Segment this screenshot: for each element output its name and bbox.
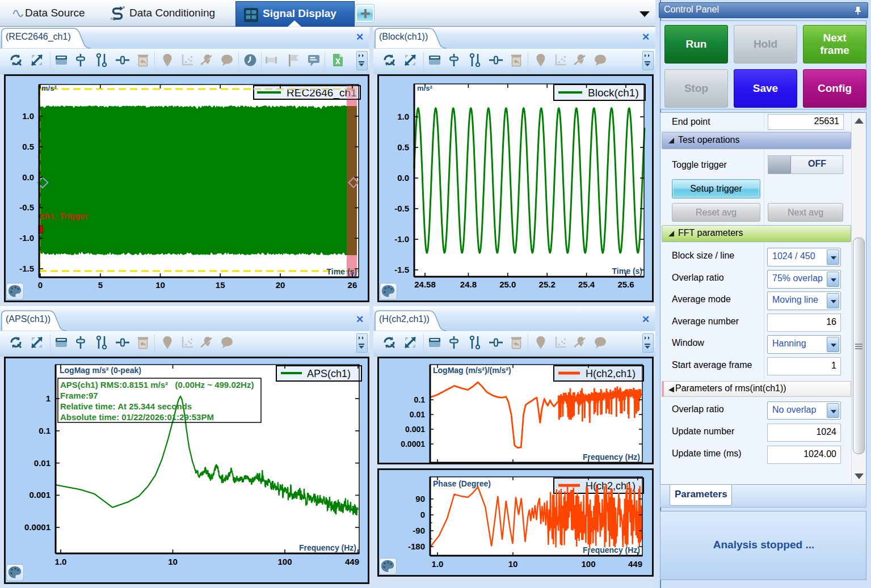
svg-text:LogMag m/s² (0-peak): LogMag m/s² (0-peak) — [60, 366, 141, 375]
svg-text:90: 90 — [415, 494, 425, 504]
svg-text:Frame:97: Frame:97 — [60, 391, 98, 400]
svg-text:0.0001: 0.0001 — [401, 439, 425, 449]
svg-text:25.0: 25.0 — [499, 280, 516, 289]
svg-text:m/s²: m/s² — [417, 84, 432, 92]
svg-text:Block(ch1): Block(ch1) — [588, 87, 639, 99]
svg-text:0.1: 0.1 — [39, 426, 51, 435]
svg-text:-0.5: -0.5 — [19, 202, 34, 212]
svg-text:10: 10 — [508, 559, 518, 569]
svg-text:-1.0: -1.0 — [394, 234, 409, 244]
svg-text:Frequency (Hz): Frequency (Hz) — [583, 545, 640, 555]
svg-text:0.1: 0.1 — [414, 395, 426, 404]
svg-text:-90: -90 — [413, 526, 425, 535]
svg-text:Frequency (Hz): Frequency (Hz) — [299, 543, 356, 552]
svg-text:1.0: 1.0 — [55, 557, 67, 566]
svg-text:24.8: 24.8 — [460, 280, 477, 289]
svg-text:1.0: 1.0 — [22, 111, 34, 121]
svg-text:20: 20 — [276, 280, 285, 290]
svg-text:-1.0: -1.0 — [19, 233, 34, 243]
svg-text:10: 10 — [168, 557, 178, 566]
svg-text:0.01: 0.01 — [34, 458, 51, 468]
svg-text:0.0: 0.0 — [397, 173, 409, 183]
svg-text:-1.5: -1.5 — [394, 265, 409, 274]
svg-text:24.58: 24.58 — [414, 280, 436, 289]
svg-text:0.001: 0.001 — [405, 425, 425, 434]
svg-text:0: 0 — [38, 280, 43, 290]
svg-text:Time (s): Time (s) — [327, 267, 357, 276]
svg-text:449: 449 — [345, 557, 359, 566]
svg-text:APS(ch1) RMS:0.8151 m/s² (0.: APS(ch1) RMS:0.8151 m/s² (0.00Hz ~ 499.0… — [60, 380, 254, 390]
svg-text:100: 100 — [277, 557, 292, 566]
svg-text:25.2: 25.2 — [539, 280, 556, 289]
svg-text:25.4: 25.4 — [578, 280, 595, 289]
svg-text:25.6: 25.6 — [617, 280, 634, 289]
svg-text:1.0: 1.0 — [397, 112, 409, 121]
svg-text:APS(ch1): APS(ch1) — [307, 368, 351, 379]
svg-text:0.01: 0.01 — [410, 410, 425, 419]
svg-text:Frequency (Hz): Frequency (Hz) — [583, 452, 640, 462]
svg-text:-1.5: -1.5 — [19, 264, 34, 273]
svg-text:0.0001: 0.0001 — [24, 522, 51, 532]
svg-text:-0.5: -0.5 — [394, 204, 409, 213]
svg-text:0.001: 0.001 — [29, 490, 51, 500]
svg-text:0: 0 — [420, 510, 425, 519]
svg-text:10: 10 — [155, 280, 165, 290]
svg-text:1.0: 1.0 — [432, 559, 444, 569]
svg-text:26: 26 — [348, 280, 357, 290]
svg-text:Absolute time: 01/22/2026:01:2: Absolute time: 01/22/2026:01:29:53PM — [60, 412, 214, 422]
svg-text:H(ch2,ch1): H(ch2,ch1) — [586, 368, 636, 379]
svg-text:15: 15 — [216, 280, 225, 290]
svg-text:-180: -180 — [408, 542, 425, 551]
svg-text:Time (s): Time (s) — [612, 266, 642, 276]
svg-text:0.0: 0.0 — [22, 172, 34, 182]
svg-text:0.5: 0.5 — [22, 142, 34, 151]
svg-text:0.5: 0.5 — [397, 142, 409, 152]
svg-text:5: 5 — [98, 280, 103, 290]
svg-text:449: 449 — [628, 559, 642, 569]
svg-text:Relative time: At 25.344 secon: Relative time: At 25.344 seconds — [60, 401, 192, 411]
svg-text:Phase (Degree): Phase (Degree) — [433, 479, 491, 488]
svg-text:1: 1 — [46, 394, 51, 403]
svg-text:ch1_Trigger: ch1_Trigger — [40, 211, 88, 221]
svg-text:LogMag (m/s²)/(m/s²): LogMag (m/s²)/(m/s²) — [433, 366, 511, 375]
svg-text:100: 100 — [581, 559, 595, 569]
svg-text:m/s²: m/s² — [41, 84, 57, 92]
